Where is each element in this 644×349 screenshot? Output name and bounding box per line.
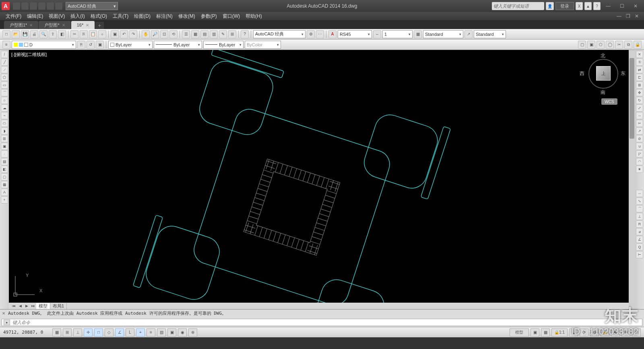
ortho-toggle[interactable]: ⊥: [73, 328, 82, 337]
zoom-icon[interactable]: 🔎: [151, 30, 159, 38]
toolpalette-icon[interactable]: ▤: [200, 30, 208, 38]
workspace-settings-icon[interactable]: ⚙: [307, 30, 315, 38]
dim-aligned-icon[interactable]: ⤡: [636, 197, 643, 205]
print-icon[interactable]: 🖨: [30, 30, 38, 38]
ellipse-icon[interactable]: ⬭: [1, 120, 8, 127]
mtext-icon[interactable]: A: [1, 189, 8, 196]
textstyle-icon[interactable]: A: [328, 30, 336, 38]
menu-parametric[interactable]: 参数(P): [198, 12, 219, 20]
dim-ord-icon[interactable]: ⊥: [636, 213, 643, 220]
open-icon[interactable]: 📂: [12, 30, 20, 38]
mleaderstyle-dropdown[interactable]: Standard▾: [474, 30, 506, 38]
blockeditor-icon[interactable]: ▣: [111, 30, 119, 38]
zoomprev-icon[interactable]: ⟲: [169, 30, 178, 38]
vp-scale-icon[interactable]: ⧉: [624, 41, 632, 49]
mirror-icon[interactable]: ⇄: [636, 66, 643, 73]
zoomwin-icon[interactable]: ⊡: [160, 30, 168, 38]
doc-minimize-button[interactable]: —: [615, 13, 623, 19]
properties-icon[interactable]: ☰: [182, 30, 190, 38]
vp-polygon-icon[interactable]: ⬠: [597, 41, 605, 49]
minimize-button[interactable]: —: [602, 2, 614, 10]
viewcube-w[interactable]: 西: [580, 70, 584, 77]
pan-icon[interactable]: ✋: [142, 30, 150, 38]
insert-icon[interactable]: ⊞: [1, 135, 8, 142]
vp-single-icon[interactable]: ▣: [587, 41, 595, 49]
vp-object-icon[interactable]: ◯: [606, 41, 614, 49]
line-icon[interactable]: /: [1, 51, 8, 58]
layerprev-icon[interactable]: ↺: [87, 41, 95, 49]
lwt-toggle[interactable]: ≡: [147, 328, 155, 337]
arc-icon[interactable]: ⌒: [1, 89, 8, 96]
qat-open-icon[interactable]: [21, 2, 29, 10]
qp-toggle[interactable]: ▣: [167, 328, 176, 337]
app-logo[interactable]: A: [2, 2, 10, 10]
save-icon[interactable]: 💾: [21, 30, 29, 38]
quickview-drawings-icon[interactable]: ▦: [541, 328, 550, 337]
viewcube[interactable]: 上 北 南 西 东: [583, 54, 623, 94]
offset-icon[interactable]: ⊏: [636, 74, 643, 81]
qat-save-icon[interactable]: [30, 2, 37, 10]
grid-toggle[interactable]: ⊞: [63, 328, 72, 337]
vp-lock-icon[interactable]: 🔒: [634, 41, 642, 49]
menu-tools[interactable]: 工具(T): [110, 12, 131, 20]
menu-insert[interactable]: 插入(I): [68, 12, 87, 20]
qat-redo-icon[interactable]: [55, 2, 62, 10]
exchange-icon[interactable]: X: [576, 2, 583, 10]
matchprop-icon[interactable]: ⟐: [98, 30, 106, 38]
undo-icon[interactable]: ↶: [120, 30, 128, 38]
model-tab[interactable]: 模型: [36, 303, 50, 309]
dim-quick-icon[interactable]: Q: [636, 243, 643, 251]
ellipsearc-icon[interactable]: ◗: [1, 127, 8, 135]
3ddwf-icon[interactable]: ◧: [58, 30, 66, 38]
paste-icon[interactable]: 📋: [89, 30, 97, 38]
point-icon[interactable]: ·: [1, 150, 8, 158]
join-icon[interactable]: ∪: [636, 143, 643, 150]
doc-restore-button[interactable]: ❐: [624, 13, 632, 19]
addselect-icon[interactable]: +: [1, 196, 8, 204]
tpy-toggle[interactable]: ▨: [157, 328, 166, 337]
tab-first-icon[interactable]: ⏮: [10, 303, 17, 309]
viewcube-n[interactable]: 北: [601, 52, 605, 59]
viewcube-s[interactable]: 南: [601, 89, 605, 96]
quickview-layouts-icon[interactable]: ▣: [530, 328, 539, 337]
chamfer-icon[interactable]: ◸: [636, 150, 643, 158]
viewcube-e[interactable]: 东: [621, 70, 625, 77]
polygon-icon[interactable]: ⬠: [1, 74, 8, 81]
user-icon[interactable]: 👤: [546, 2, 554, 10]
tab-last-icon[interactable]: ⏭: [30, 303, 36, 309]
qat-print-icon[interactable]: [38, 2, 45, 10]
hatch-icon[interactable]: ▨: [1, 158, 8, 165]
erase-icon[interactable]: ✕: [636, 51, 643, 58]
dimstyle-icon[interactable]: ↔: [373, 30, 381, 38]
am-toggle[interactable]: ⊕: [188, 328, 197, 337]
layout-tab[interactable]: 布局1: [50, 303, 67, 309]
stayconnected-icon[interactable]: ▲: [584, 2, 592, 10]
dcenter-icon[interactable]: ▦: [191, 30, 199, 38]
preview-icon[interactable]: 🔍: [39, 30, 47, 38]
array-icon[interactable]: ⊞: [636, 81, 643, 89]
menu-file[interactable]: 文件(F): [3, 12, 24, 20]
spline-icon[interactable]: ~: [1, 112, 8, 119]
file-tab[interactable]: 户型图1*✕: [4, 21, 38, 29]
coord-display[interactable]: 49712, 20887, 0: [3, 330, 47, 335]
plotstyle-dropdown[interactable]: ByColor▾: [245, 41, 281, 49]
cmd-prompt-icon[interactable]: ▸: [4, 320, 10, 325]
calc-icon[interactable]: ⊞: [228, 30, 236, 38]
vp-icon[interactable]: ▢: [578, 41, 586, 49]
color-dropdown[interactable]: ByLayer▾: [108, 41, 153, 49]
menu-edit[interactable]: 编辑(E): [25, 12, 45, 20]
new-icon[interactable]: □: [2, 30, 10, 38]
linetype-dropdown[interactable]: ByLayer▾: [154, 41, 202, 49]
close-button[interactable]: ✕: [630, 2, 642, 10]
trim-icon[interactable]: ✂: [636, 120, 643, 127]
command-input[interactable]: [12, 320, 640, 325]
annoscale-display[interactable]: 🔒1:1: [551, 328, 568, 337]
model-button[interactable]: 模型: [510, 328, 529, 337]
workspace-selector[interactable]: AutoCAD 经典 ▾: [66, 2, 118, 10]
3dosnap-toggle[interactable]: ◇: [105, 328, 114, 337]
pline-icon[interactable]: ⟋: [1, 66, 8, 73]
osnap-toggle[interactable]: □: [94, 328, 103, 337]
close-icon[interactable]: ✕: [86, 23, 89, 27]
dim-radius-icon[interactable]: R: [636, 220, 643, 228]
layer-dropdown[interactable]: D ▾: [12, 41, 76, 49]
